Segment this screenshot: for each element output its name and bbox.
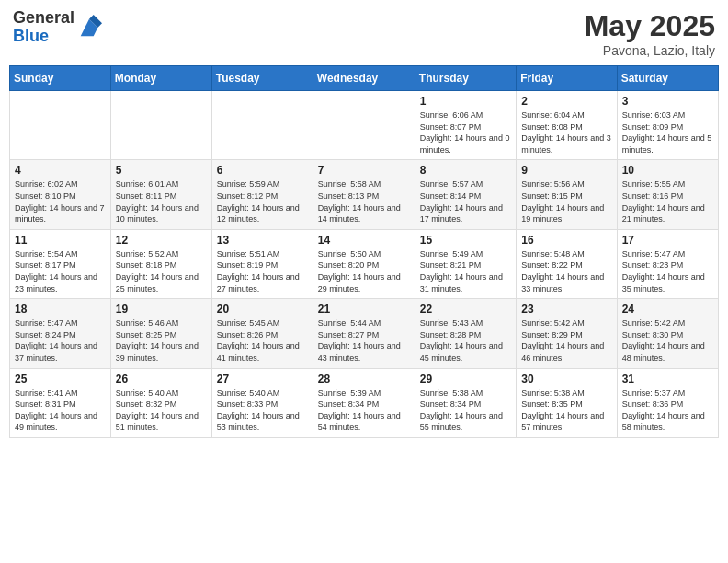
calendar-cell: 4Sunrise: 6:02 AMSunset: 8:10 PMDaylight… [10,160,111,229]
calendar-cell: 14Sunrise: 5:50 AMSunset: 8:20 PMDayligh… [313,229,415,298]
day-number: 30 [521,373,611,385]
day-info: Sunrise: 5:52 AMSunset: 8:18 PMDaylight:… [116,248,207,294]
day-info: Sunrise: 5:44 AMSunset: 8:27 PMDaylight:… [318,317,410,363]
calendar-cell [110,91,211,160]
weekday-header-monday: Monday [110,66,211,91]
calendar-cell: 5Sunrise: 6:01 AMSunset: 8:11 PMDaylight… [110,160,211,229]
day-info: Sunrise: 5:42 AMSunset: 8:30 PMDaylight:… [622,317,713,363]
calendar-cell: 28Sunrise: 5:39 AMSunset: 8:34 PMDayligh… [313,368,415,437]
calendar-cell: 23Sunrise: 5:42 AMSunset: 8:29 PMDayligh… [517,299,617,368]
calendar-cell: 21Sunrise: 5:44 AMSunset: 8:27 PMDayligh… [313,299,415,368]
logo-general: General [13,8,74,27]
calendar-cell: 2Sunrise: 6:04 AMSunset: 8:08 PMDaylight… [517,91,617,160]
weekday-header-wednesday: Wednesday [313,66,415,91]
day-info: Sunrise: 5:42 AMSunset: 8:29 PMDaylight:… [521,317,611,363]
calendar-cell: 7Sunrise: 5:58 AMSunset: 8:13 PMDaylight… [313,160,415,229]
day-info: Sunrise: 5:37 AMSunset: 8:36 PMDaylight:… [622,387,713,433]
calendar-cell: 3Sunrise: 6:03 AMSunset: 8:09 PMDaylight… [617,91,718,160]
page-header: General Blue May 2025 Pavona, Lazio, Ita… [9,9,719,58]
day-info: Sunrise: 5:40 AMSunset: 8:33 PMDaylight:… [217,387,308,433]
day-info: Sunrise: 5:56 AMSunset: 8:15 PMDaylight:… [521,178,611,224]
calendar-cell [313,91,415,160]
day-number: 19 [116,303,207,316]
calendar-cell: 1Sunrise: 6:06 AMSunset: 8:07 PMDaylight… [415,91,516,160]
weekday-header-sunday: Sunday [10,66,111,91]
day-info: Sunrise: 5:39 AMSunset: 8:34 PMDaylight:… [318,387,410,433]
week-row-4: 18Sunrise: 5:47 AMSunset: 8:24 PMDayligh… [10,299,719,368]
day-info: Sunrise: 5:49 AMSunset: 8:21 PMDaylight:… [420,248,511,294]
day-number: 24 [622,303,713,316]
day-number: 14 [318,234,410,247]
calendar-cell: 12Sunrise: 5:52 AMSunset: 8:18 PMDayligh… [110,229,211,298]
day-number: 4 [15,164,106,177]
day-info: Sunrise: 5:59 AMSunset: 8:12 PMDaylight:… [217,178,308,224]
calendar-cell [10,91,111,160]
day-number: 22 [420,303,511,316]
day-number: 15 [420,234,511,247]
week-row-3: 11Sunrise: 5:54 AMSunset: 8:17 PMDayligh… [10,229,719,298]
calendar-table: SundayMondayTuesdayWednesdayThursdayFrid… [9,65,719,438]
day-number: 11 [15,234,106,247]
day-info: Sunrise: 6:02 AMSunset: 8:10 PMDaylight:… [15,178,106,224]
day-info: Sunrise: 5:47 AMSunset: 8:23 PMDaylight:… [622,248,713,294]
day-number: 3 [622,95,713,108]
calendar-cell: 29Sunrise: 5:38 AMSunset: 8:34 PMDayligh… [415,368,516,437]
day-number: 12 [116,234,207,247]
day-info: Sunrise: 5:41 AMSunset: 8:31 PMDaylight:… [15,387,106,433]
day-info: Sunrise: 5:57 AMSunset: 8:14 PMDaylight:… [420,178,511,224]
day-number: 13 [217,234,308,247]
weekday-header-saturday: Saturday [617,66,718,91]
day-number: 18 [15,303,106,316]
day-info: Sunrise: 6:03 AMSunset: 8:09 PMDaylight:… [622,109,713,155]
day-info: Sunrise: 6:01 AMSunset: 8:11 PMDaylight:… [116,178,207,224]
logo-blue: Blue [13,27,49,45]
calendar-cell: 16Sunrise: 5:48 AMSunset: 8:22 PMDayligh… [517,229,617,298]
calendar-cell: 31Sunrise: 5:37 AMSunset: 8:36 PMDayligh… [617,368,718,437]
calendar-cell: 13Sunrise: 5:51 AMSunset: 8:19 PMDayligh… [211,229,313,298]
calendar-cell: 6Sunrise: 5:59 AMSunset: 8:12 PMDaylight… [211,160,313,229]
day-info: Sunrise: 6:04 AMSunset: 8:08 PMDaylight:… [521,109,611,155]
day-number: 25 [15,373,106,385]
day-number: 10 [622,164,713,177]
day-number: 9 [521,164,611,177]
day-info: Sunrise: 6:06 AMSunset: 8:07 PMDaylight:… [420,109,511,155]
calendar-cell: 9Sunrise: 5:56 AMSunset: 8:15 PMDaylight… [517,160,617,229]
calendar-cell: 22Sunrise: 5:43 AMSunset: 8:28 PMDayligh… [415,299,516,368]
day-info: Sunrise: 5:54 AMSunset: 8:17 PMDaylight:… [15,248,106,294]
day-info: Sunrise: 5:38 AMSunset: 8:35 PMDaylight:… [521,387,611,433]
day-info: Sunrise: 5:50 AMSunset: 8:20 PMDaylight:… [318,248,410,294]
day-info: Sunrise: 5:55 AMSunset: 8:16 PMDaylight:… [622,178,713,224]
calendar-cell: 30Sunrise: 5:38 AMSunset: 8:35 PMDayligh… [517,368,617,437]
calendar-cell: 15Sunrise: 5:49 AMSunset: 8:21 PMDayligh… [415,229,516,298]
day-number: 23 [521,303,611,316]
calendar-cell: 18Sunrise: 5:47 AMSunset: 8:24 PMDayligh… [10,299,111,368]
day-info: Sunrise: 5:48 AMSunset: 8:22 PMDaylight:… [521,248,611,294]
day-info: Sunrise: 5:47 AMSunset: 8:24 PMDaylight:… [15,317,106,363]
calendar-cell: 20Sunrise: 5:45 AMSunset: 8:26 PMDayligh… [211,299,313,368]
calendar-cell: 17Sunrise: 5:47 AMSunset: 8:23 PMDayligh… [617,229,718,298]
calendar-cell: 8Sunrise: 5:57 AMSunset: 8:14 PMDaylight… [415,160,516,229]
day-info: Sunrise: 5:45 AMSunset: 8:26 PMDaylight:… [217,317,308,363]
day-number: 6 [217,164,308,177]
day-number: 31 [622,373,713,385]
day-info: Sunrise: 5:58 AMSunset: 8:13 PMDaylight:… [318,178,410,224]
day-number: 26 [116,373,207,385]
week-row-1: 1Sunrise: 6:06 AMSunset: 8:07 PMDaylight… [10,91,719,160]
calendar-cell: 11Sunrise: 5:54 AMSunset: 8:17 PMDayligh… [10,229,111,298]
day-number: 27 [217,373,308,385]
day-number: 5 [116,164,207,177]
weekday-header-row: SundayMondayTuesdayWednesdayThursdayFrid… [10,66,719,91]
day-info: Sunrise: 5:40 AMSunset: 8:32 PMDaylight:… [116,387,207,433]
day-info: Sunrise: 5:43 AMSunset: 8:28 PMDaylight:… [420,317,511,363]
day-number: 1 [420,95,511,108]
day-number: 2 [521,95,611,108]
calendar-cell [211,91,313,160]
weekday-header-friday: Friday [517,66,617,91]
logo: General Blue [13,9,102,46]
day-info: Sunrise: 5:38 AMSunset: 8:34 PMDaylight:… [420,387,511,433]
title-block: May 2025 Pavona, Lazio, Italy [585,9,715,58]
weekday-header-tuesday: Tuesday [211,66,313,91]
weekday-header-thursday: Thursday [415,66,516,91]
day-info: Sunrise: 5:51 AMSunset: 8:19 PMDaylight:… [217,248,308,294]
day-number: 29 [420,373,511,385]
